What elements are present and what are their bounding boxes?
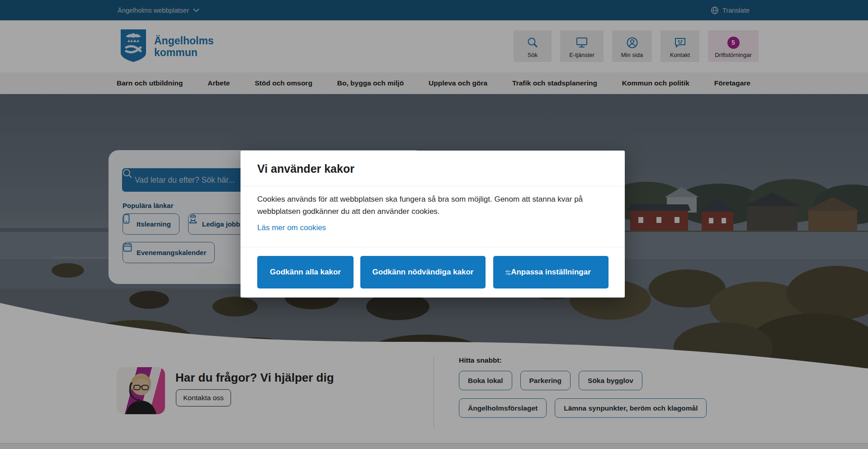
sliders-icon [505, 269, 511, 279]
customize-settings-label: Anpassa inställningar [511, 268, 591, 276]
dialog-divider [241, 247, 625, 247]
accept-necessary-cookies-button[interactable]: Godkänn nödvändiga kakor [360, 256, 486, 288]
page: Ängelholms webbplatser Translate [0, 0, 868, 449]
cookie-dialog-body: Cookies används för att webbplatsen ska … [257, 193, 604, 217]
cookie-dialog-title: Vi använder kakor [257, 162, 354, 175]
dialog-divider [241, 186, 625, 186]
accept-all-cookies-button[interactable]: Godkänn alla kakor [257, 256, 354, 288]
cookie-consent-dialog: Vi använder kakor Cookies används för at… [241, 151, 625, 298]
customize-settings-button[interactable]: Anpassa inställningar [493, 256, 609, 288]
read-more-cookies-link[interactable]: Läs mer om cookies [257, 223, 326, 232]
